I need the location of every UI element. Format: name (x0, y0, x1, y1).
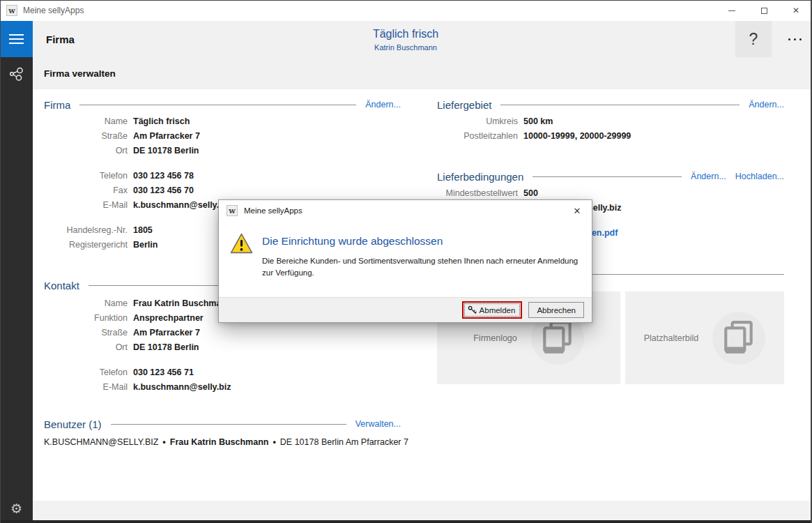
field-label: E-Mail (44, 198, 128, 213)
section-title: Firma (44, 99, 70, 111)
image-placeholder-icon (712, 312, 765, 365)
app-logo-icon: w (6, 5, 17, 16)
bullet-separator: • (273, 437, 275, 447)
status-bar (33, 501, 812, 520)
abbrechen-button[interactable]: Abbrechen (528, 302, 584, 318)
user-address: DE 10178 Berlin Am Pfarracker 7 (280, 437, 408, 447)
field-row: StraßeAm Pfarracker 7 (44, 129, 401, 144)
minimize-button[interactable] (716, 0, 748, 21)
maximize-button[interactable] (748, 0, 780, 21)
field-row: StraßeAm Pfarracker 7 (44, 326, 401, 340)
field-value: 500 km (523, 114, 553, 129)
help-button[interactable]: ? (735, 21, 772, 57)
field-value: Am Pfarracker 7 (133, 129, 200, 144)
section-title: Liefergebiet (437, 99, 491, 111)
field-value: 10000-19999, 20000-29999 (523, 129, 631, 144)
field-value: Berlin (133, 238, 158, 252)
user-list-item: K.BUSCHMANN@SELLY.BIZ•Frau Katrin Buschm… (44, 437, 401, 447)
field-label: Handelsreg.-Nr. (44, 223, 128, 238)
window-titlebar: w Meine sellyApps ✕ (0, 0, 812, 21)
company-name: Täglich frisch (336, 27, 475, 40)
page-title: Firma (46, 21, 75, 57)
dialog-title: Meine sellyApps (244, 206, 302, 215)
field-value: Ansprechpartner (133, 311, 204, 326)
ellipsis-icon (788, 38, 790, 40)
field-label: Name (44, 114, 128, 129)
section-title: Kontakt (44, 280, 79, 291)
field-row: NameTäglich frisch (44, 114, 401, 129)
breadcrumb: Firma verwalten (33, 57, 812, 89)
manage-users-link[interactable]: Verwalten... (355, 419, 401, 429)
field-row: OrtDE 10178 Berlin (44, 144, 401, 158)
field-label: Name (44, 296, 128, 311)
dialog-message: Die Bereiche Kunden- und Sortimentsverwa… (262, 255, 588, 279)
platzhalterbild-placeholder-card[interactable]: Platzhalterbild (625, 291, 784, 384)
abmelden-button[interactable]: Abmelden (462, 301, 523, 319)
app-header: Firma Täglich frisch Katrin Buschmann ? … (33, 21, 812, 89)
close-button[interactable]: ✕ (780, 0, 812, 21)
field-row: Telefon030 123 456 71 (44, 365, 401, 380)
close-icon: ✕ (792, 6, 799, 15)
field-row: Telefon030 123 456 78 (44, 169, 401, 183)
hamburger-icon (9, 34, 24, 36)
field-row: E-Mailk.buschmann@selly.biz (44, 380, 401, 395)
maximize-icon (761, 8, 767, 14)
card-label: Platzhalterbild (644, 333, 699, 343)
sidebar-item-network[interactable] (0, 57, 33, 91)
dialog-heading: Die Einrichtung wurde abgeschlossen (262, 235, 588, 248)
field-value: 500 (523, 186, 538, 201)
field-value: 030 123 456 71 (133, 365, 194, 380)
help-icon: ? (749, 30, 758, 49)
dialog-titlebar: w Meine sellyApps ✕ (219, 200, 592, 221)
signed-in-user: Katrin Buschmann (336, 43, 475, 52)
window-title: Meine sellyApps (23, 6, 84, 15)
user-name: Frau Katrin Buschmann (170, 437, 269, 447)
field-label: Straße (44, 129, 128, 144)
dialog-close-button[interactable]: ✕ (562, 200, 592, 221)
field-value: 1805 (133, 223, 153, 238)
section-benutzer: Benutzer (1) Verwalten... K.BUSCHMANN@SE… (44, 417, 401, 447)
field-row: Mindestbestellwert500 (437, 186, 784, 201)
minimize-icon (728, 10, 735, 11)
hamburger-menu-button[interactable] (0, 21, 33, 57)
section-title: Lieferbedingungen (437, 171, 523, 183)
field-label: Fax (44, 183, 128, 198)
bullet-separator: • (162, 437, 165, 447)
field-label: Telefon (44, 169, 128, 183)
section-title: Benutzer (1) (44, 418, 102, 430)
upload-lieferbedingungen-link[interactable]: Hochladen... (735, 172, 784, 181)
field-label: Mindestbestellwert (437, 186, 518, 201)
field-value: Täglich frisch (133, 114, 190, 129)
change-liefergebiet-link[interactable]: Ändern... (749, 100, 784, 109)
field-value: 030 123 456 78 (133, 169, 194, 183)
field-value: DE 10178 Berlin (133, 340, 199, 355)
user-email: K.BUSCHMANN@SELLY.BIZ (44, 437, 158, 447)
app-logo-icon: w (227, 205, 238, 216)
field-row: OrtDE 10178 Berlin (44, 340, 401, 355)
divider (500, 105, 740, 105)
field-value: k.buschmann@selly.biz (133, 198, 231, 213)
close-icon: ✕ (574, 206, 581, 216)
field-label: Telefon (44, 365, 128, 380)
divider (533, 176, 682, 177)
more-options-button[interactable] (779, 21, 811, 57)
divider (111, 424, 346, 425)
section-liefergebiet: Liefergebiet Ändern... Umkreis500 kmPost… (437, 98, 784, 144)
field-value: Am Pfarracker 7 (133, 326, 200, 340)
field-row: Fax030 123 456 70 (44, 183, 401, 198)
change-lieferbedingungen-link[interactable]: Ändern... (691, 172, 726, 181)
field-label: Registergericht (44, 238, 128, 252)
confirmation-dialog: w Meine sellyApps ✕ Die Einrichtung wurd… (218, 199, 592, 323)
settings-gear-icon[interactable]: ⚙ (0, 501, 33, 516)
field-row: Umkreis500 km (437, 114, 784, 129)
key-icon (468, 305, 477, 314)
field-label: Postleitzahlen (437, 129, 518, 144)
field-value: Frau Katrin Buschmann (133, 296, 232, 311)
divider (79, 105, 356, 105)
app-window: w Meine sellyApps ✕ ⚙ Firma (0, 0, 812, 523)
field-label: Ort (44, 340, 128, 355)
field-label: Ort (44, 144, 128, 158)
window-bottom-border (0, 520, 812, 523)
dialog-footer: Abmelden Abbrechen (219, 297, 592, 322)
change-firma-link[interactable]: Ändern... (365, 100, 401, 109)
